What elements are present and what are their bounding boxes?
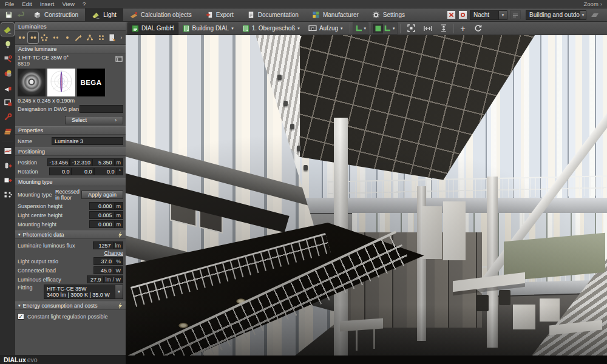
sidebar-item-luminaires[interactable]	[1, 23, 14, 36]
line-arrangement-icon[interactable]	[16, 32, 27, 43]
circular-arrangement-icon[interactable]	[39, 32, 50, 43]
photometric-edit-icon[interactable]	[118, 232, 123, 238]
tab-calculation-objects[interactable]: Calculation objects	[123, 8, 198, 22]
import-plan-icon[interactable]	[107, 32, 118, 43]
luminaire-photo-thumbnail[interactable]	[18, 69, 46, 96]
light-scene-value: Nacht	[470, 12, 492, 18]
dwg-designation-input[interactable]	[80, 105, 123, 113]
row-arrangement-icon[interactable]	[50, 32, 61, 43]
profile-select[interactable]: Building and outdoor pla... ▾	[526, 10, 586, 20]
building-button[interactable]: Building DIAL ▾	[179, 23, 237, 34]
polar-diagram-thumbnail[interactable]	[47, 69, 75, 96]
tab-construction[interactable]: Construction	[27, 8, 85, 22]
scene-record-icon[interactable]	[458, 10, 467, 19]
tab-settings[interactable]: Settings	[365, 8, 412, 22]
dropdown-caret-icon: ▾	[341, 26, 343, 31]
sidebar-item-columns[interactable]	[1, 159, 14, 172]
sidebar-item-room-elements[interactable]	[1, 96, 14, 109]
rotate-view-icon[interactable]	[470, 23, 486, 34]
sidebar-item-openings[interactable]	[1, 174, 14, 186]
site-button[interactable]: DIAL GmbH	[128, 23, 178, 34]
mode-toolbar: Construction Light Calculation objects E…	[0, 8, 607, 22]
menu-insert[interactable]: Insert	[40, 1, 55, 7]
section-energy[interactable]: ▾ Energy consumption and costs	[15, 302, 126, 310]
position-z-input[interactable]: 5.350	[92, 158, 115, 166]
single-luminaire-icon[interactable]	[62, 32, 73, 43]
constant-light-checkbox[interactable]: ✓	[18, 313, 24, 320]
render-3d-view[interactable]	[126, 35, 607, 364]
tab-export[interactable]: Export	[198, 8, 240, 22]
fit-width-icon[interactable]	[420, 23, 436, 34]
polygon-arrangement-icon[interactable]	[84, 32, 95, 43]
sidebar-item-groups[interactable]	[1, 188, 14, 201]
luminous-flux-input[interactable]: 1257	[93, 241, 114, 249]
sidebar-item-luminaire-tools[interactable]	[1, 52, 14, 65]
sidebar-item-light-scenes[interactable]	[1, 38, 14, 50]
energy-edit-icon[interactable]	[118, 303, 123, 309]
tab-manufacturer[interactable]: Manufacturer	[305, 8, 365, 22]
light-scene-select[interactable]: Nacht ▾	[470, 10, 507, 20]
rotation-x-input[interactable]: 0.0	[49, 167, 72, 175]
scene-delete-icon[interactable]	[447, 10, 456, 19]
position-y-input[interactable]: -12.310	[70, 158, 92, 166]
change-link[interactable]: Change	[104, 250, 123, 256]
mounting-height-input[interactable]: 0.000	[89, 220, 115, 228]
rotation-z-input[interactable]: 0.0	[94, 167, 117, 175]
sidebar-item-assemblies[interactable]	[1, 125, 14, 138]
building-doc-icon	[183, 25, 190, 32]
catalog-icon[interactable]	[115, 55, 123, 67]
floor-label: 1. Obergeschoß	[252, 25, 296, 32]
light-centre-height-input[interactable]: 0.005	[89, 211, 115, 219]
position-label: Position	[18, 160, 47, 166]
rotation-y-input[interactable]: 0.0	[72, 167, 94, 175]
section-photometric-data[interactable]: ▾ Photometric data	[15, 231, 126, 239]
fitting-dropdown[interactable]: HIT-TC-CE 35W 3400 lm | 3000 K | 35.0 W …	[44, 285, 123, 299]
flat-view-icon[interactable]	[590, 10, 600, 20]
apply-again-button[interactable]: Apply again	[81, 190, 123, 199]
sidebar-item-value-curves[interactable]	[1, 144, 14, 157]
more-tools-chevron-icon[interactable]: ›	[118, 32, 124, 43]
brand-logo-thumbnail[interactable]: BEGA	[77, 69, 105, 96]
menu-edit[interactable]: Edit	[22, 1, 32, 7]
connected-load-input[interactable]: 45.0	[93, 266, 114, 274]
area-arrangement-icon[interactable]	[96, 32, 107, 43]
pan-plus-icon[interactable]: +	[457, 23, 469, 34]
light-output-ratio-input[interactable]: 37.0	[93, 257, 114, 265]
select-button[interactable]: Select ›	[65, 116, 123, 124]
wand-tool-icon[interactable]	[73, 32, 84, 43]
scene-options-button[interactable]	[510, 10, 521, 19]
dropdown-caret-icon[interactable]: ▾	[393, 26, 395, 31]
wireframe-view-icon[interactable]	[384, 24, 392, 32]
section-positioning: Positioning	[15, 147, 126, 156]
suspension-height-input[interactable]: 0.000	[89, 202, 115, 210]
zoom-fit-icon[interactable]	[404, 23, 419, 34]
undo-icon[interactable]	[16, 10, 25, 20]
save-icon[interactable]	[4, 10, 13, 20]
solid-view-icon[interactable]	[374, 24, 382, 33]
dropdown-caret-icon: ▾	[580, 11, 586, 19]
unit-badge: m	[115, 202, 124, 210]
position-x-input[interactable]: -13.456	[47, 158, 70, 166]
fitting-line2: 3400 lm | 3000 K | 35.0 W	[47, 292, 112, 298]
calculation-objects-icon	[130, 11, 138, 19]
sidebar-item-projectors[interactable]	[1, 81, 14, 94]
polar-curve	[48, 69, 75, 96]
menu-view[interactable]: View	[62, 1, 74, 7]
zoom-menu[interactable]: Zoom ›	[584, 1, 602, 7]
space-button[interactable]: Aufzug ▾	[305, 23, 347, 34]
sidebar-item-filters[interactable]	[1, 67, 14, 79]
select-button-label: Select	[72, 116, 87, 124]
field-arrangement-icon[interactable]	[28, 32, 39, 43]
floor-button[interactable]: 1. Obergeschoß ▾	[239, 23, 304, 34]
floor-plan-view-icon[interactable]	[355, 24, 363, 32]
sidebar-item-maintenance[interactable]	[1, 110, 14, 123]
dropdown-caret-icon[interactable]: ▾	[364, 26, 367, 31]
fit-height-icon[interactable]	[437, 23, 450, 34]
name-input[interactable]: Luminaire 3	[52, 137, 123, 145]
section-label: Energy consumption and costs	[23, 303, 98, 309]
dropdown-caret-icon: ▾	[498, 11, 507, 19]
tab-documentation[interactable]: Documentation	[240, 8, 305, 22]
menu-help[interactable]: ?	[83, 1, 86, 7]
tab-light[interactable]: Light	[85, 8, 123, 22]
menu-file[interactable]: File	[5, 1, 14, 7]
